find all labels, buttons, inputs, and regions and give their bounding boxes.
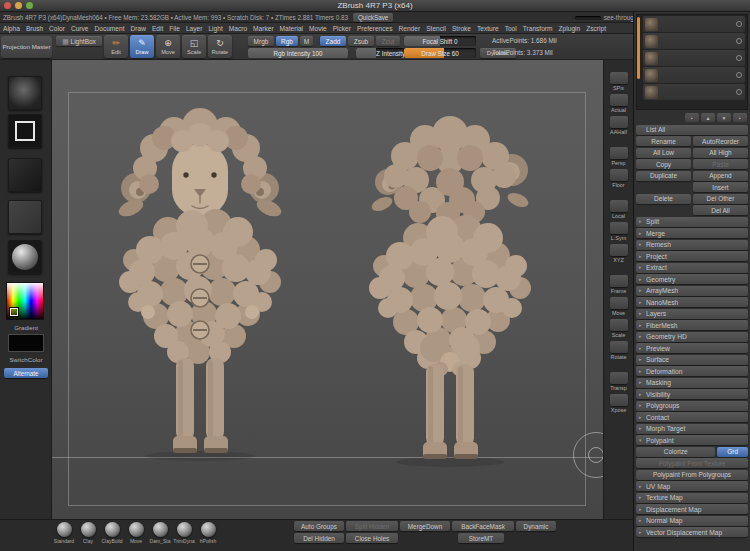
- grd-button[interactable]: Grd: [717, 447, 748, 457]
- brush-preset[interactable]: Clay: [78, 522, 98, 544]
- all-low-button[interactable]: All Low: [636, 148, 691, 158]
- section-polypaint[interactable]: ▾Polypaint: [636, 435, 748, 445]
- menu-item[interactable]: Edit: [152, 25, 163, 32]
- brush-preset[interactable]: TrimDyna: [174, 522, 194, 544]
- menu-item[interactable]: Macro: [229, 25, 247, 32]
- tool-section-header[interactable]: ▸Surface: [636, 355, 748, 365]
- switchcolor-label[interactable]: SwitchColor: [0, 356, 52, 363]
- brush-selector[interactable]: [8, 76, 42, 110]
- subtool-group-header[interactable]: ▸Extract: [636, 263, 748, 273]
- map-section-header[interactable]: ▸UV Map: [636, 481, 748, 491]
- subtool-up-button[interactable]: ▲: [701, 113, 715, 122]
- colorize-button[interactable]: Colorize: [636, 447, 715, 457]
- map-section-header[interactable]: ▸Texture Map: [636, 493, 748, 503]
- zsub-button[interactable]: Zsub: [348, 36, 374, 46]
- focal-shift-slider[interactable]: Focal Shift 0: [404, 36, 476, 46]
- map-section-header[interactable]: ▸Displacement Map: [636, 504, 748, 514]
- mergedown-button[interactable]: MergeDown: [400, 521, 450, 531]
- menu-item[interactable]: Curve: [71, 25, 89, 32]
- del-other-button[interactable]: Del Other: [693, 194, 748, 204]
- split-hidden-button[interactable]: Split Hidden: [346, 521, 398, 531]
- del-all-button[interactable]: Del All: [693, 205, 748, 215]
- right-shelf-button[interactable]: AAHalf: [610, 116, 628, 135]
- right-shelf-button[interactable]: SPix: [610, 72, 628, 91]
- draw-size-slider[interactable]: Draw Size 60: [404, 48, 476, 58]
- tool-section-header[interactable]: ▸FiberMesh: [636, 320, 748, 330]
- tool-section-header[interactable]: ▸Layers: [636, 309, 748, 319]
- rename-button[interactable]: Rename: [636, 136, 691, 146]
- right-shelf-button[interactable]: Rotate: [610, 341, 628, 360]
- move-button[interactable]: ⊕ Move: [156, 35, 180, 58]
- tool-section-header[interactable]: ▸Masking: [636, 378, 748, 388]
- insert-button[interactable]: Insert: [693, 182, 748, 192]
- subtool-group-header[interactable]: ▸Merge: [636, 228, 748, 238]
- subtool-item[interactable]: [643, 33, 745, 49]
- alpha-selector[interactable]: [8, 158, 42, 192]
- texture-selector[interactable]: [8, 200, 42, 234]
- subtool-options-icon[interactable]: ▪: [733, 113, 747, 122]
- copy-button[interactable]: Copy: [636, 159, 691, 169]
- menu-item[interactable]: Brush: [26, 25, 43, 32]
- stroke-selector[interactable]: [8, 114, 42, 148]
- window-titlebar[interactable]: ZBrush 4R7 P3 (x64): [0, 0, 750, 12]
- menu-item[interactable]: Document: [94, 25, 124, 32]
- subtool-item[interactable]: [643, 67, 745, 83]
- material-selector[interactable]: [8, 240, 42, 274]
- zcut-button[interactable]: Zcut: [376, 36, 400, 46]
- storemt-button[interactable]: StoreMT: [458, 533, 504, 543]
- eye-icon[interactable]: [736, 38, 742, 44]
- quicksave-button[interactable]: QuickSave: [353, 13, 393, 22]
- brush-preset[interactable]: Move: [126, 522, 146, 544]
- polypaint-from-polygroups-button[interactable]: Polypaint From Polygroups: [636, 470, 748, 480]
- right-shelf-button[interactable]: L.Sym: [610, 222, 628, 241]
- right-shelf-button[interactable]: Move: [610, 297, 628, 316]
- list-all-button[interactable]: List All: [636, 125, 748, 135]
- tool-section-header[interactable]: ▸Visibility: [636, 389, 748, 399]
- brush-preset[interactable]: Dam_Sta: [150, 522, 170, 544]
- rotate-button[interactable]: ↻ Rotate: [208, 35, 232, 58]
- menu-item[interactable]: Tool: [505, 25, 517, 32]
- delete-button[interactable]: Delete: [636, 194, 691, 204]
- tool-section-header[interactable]: ▸Preview: [636, 343, 748, 353]
- eye-icon[interactable]: [736, 55, 742, 61]
- tool-section-header[interactable]: ▸Geometry HD: [636, 332, 748, 342]
- menu-item[interactable]: Draw: [131, 25, 146, 32]
- eye-icon[interactable]: [736, 21, 742, 27]
- subtool-group-header[interactable]: ▸Project: [636, 251, 748, 261]
- subtool-item[interactable]: [643, 50, 745, 66]
- right-shelf-button[interactable]: Scale: [610, 319, 628, 338]
- lightbox-button[interactable]: ▦ LightBox: [56, 36, 102, 46]
- menu-item[interactable]: Color: [49, 25, 65, 32]
- menu-item[interactable]: Marker: [253, 25, 274, 32]
- tool-section-header[interactable]: ▸ArrayMesh: [636, 286, 748, 296]
- subtool-select-icon[interactable]: ▪: [685, 113, 699, 122]
- subtool-item[interactable]: [643, 84, 745, 100]
- tool-section-header[interactable]: ▸Morph Target: [636, 424, 748, 434]
- projection-master-button[interactable]: Projection Master: [1, 36, 52, 58]
- menu-item[interactable]: Picker: [333, 25, 351, 32]
- scale-button[interactable]: ◱ Scale: [182, 35, 206, 58]
- rgb-button[interactable]: Rgb: [276, 36, 298, 46]
- rgb-intensity-slider[interactable]: Rgb Intensity 100: [248, 48, 348, 58]
- tool-section-header[interactable]: ▸Geometry: [636, 274, 748, 284]
- menu-item[interactable]: Layer: [186, 25, 203, 32]
- mrgb-button[interactable]: Mrgb: [248, 36, 274, 46]
- menu-item[interactable]: Preferences: [357, 25, 393, 32]
- all-high-button[interactable]: All High: [693, 148, 748, 158]
- append-button[interactable]: Append: [693, 171, 748, 181]
- sheep-models[interactable]: [80, 100, 560, 510]
- nav-ring-inner[interactable]: [588, 447, 604, 463]
- menu-item[interactable]: Alpha: [3, 25, 20, 32]
- zadd-button[interactable]: Zadd: [320, 36, 346, 46]
- menu-item[interactable]: Light: [208, 25, 222, 32]
- subtool-scrollbar[interactable]: [637, 17, 640, 79]
- subtool-list[interactable]: [636, 14, 748, 110]
- menu-item[interactable]: Render: [399, 25, 421, 32]
- menu-item[interactable]: Texture: [477, 25, 499, 32]
- eye-icon[interactable]: [736, 72, 742, 78]
- subtool-down-button[interactable]: ▼: [717, 113, 731, 122]
- subtool-group-header[interactable]: ▸Remesh: [636, 240, 748, 250]
- draw-button[interactable]: ✎ Draw: [130, 35, 154, 58]
- subtool-item[interactable]: [643, 16, 745, 32]
- tool-section-header[interactable]: ▸Contact: [636, 412, 748, 422]
